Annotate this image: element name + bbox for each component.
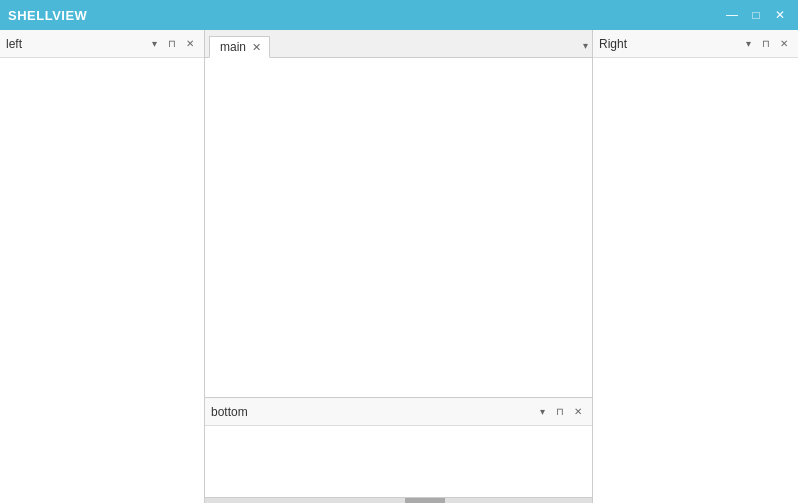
right-panel-content (593, 58, 798, 503)
title-bar-controls: — □ ✕ (722, 5, 790, 25)
bottom-panel-controls: ▾ ⊓ ✕ (534, 404, 586, 420)
bottom-scrollbar[interactable] (205, 497, 592, 503)
scroll-thumb (405, 498, 445, 503)
right-panel-dropdown-button[interactable]: ▾ (740, 36, 756, 52)
bottom-panel-pin-button[interactable]: ⊓ (552, 404, 568, 420)
right-panel-pin-button[interactable]: ⊓ (758, 36, 774, 52)
center-main-content (205, 58, 592, 397)
left-panel-title: left (6, 37, 146, 51)
right-panel: Right ▾ ⊓ ✕ (593, 30, 798, 503)
right-panel-header: Right ▾ ⊓ ✕ (593, 30, 798, 58)
bottom-panel: bottom ▾ ⊓ ✕ (205, 397, 592, 497)
title-bar: SHELLVIEW — □ ✕ (0, 0, 798, 30)
right-panel-title: Right (599, 37, 740, 51)
left-panel-controls: ▾ ⊓ ✕ (146, 36, 198, 52)
right-panel-controls: ▾ ⊓ ✕ (740, 36, 792, 52)
tabs-bar: main ✕ ▾ (205, 30, 592, 58)
tab-main-label: main (220, 40, 246, 54)
app-body: left ▾ ⊓ ✕ main ✕ ▾ bottom ▾ ⊓ (0, 30, 798, 503)
bottom-panel-content (205, 426, 592, 498)
bottom-panel-dropdown-button[interactable]: ▾ (534, 404, 550, 420)
close-button[interactable]: ✕ (770, 5, 790, 25)
left-panel-content (0, 58, 204, 503)
right-panel-close-button[interactable]: ✕ (776, 36, 792, 52)
left-panel: left ▾ ⊓ ✕ (0, 30, 205, 503)
left-panel-pin-button[interactable]: ⊓ (164, 36, 180, 52)
minimize-button[interactable]: — (722, 5, 742, 25)
tab-main[interactable]: main ✕ (209, 36, 270, 58)
bottom-panel-close-button[interactable]: ✕ (570, 404, 586, 420)
left-panel-header: left ▾ ⊓ ✕ (0, 30, 204, 58)
left-panel-close-button[interactable]: ✕ (182, 36, 198, 52)
bottom-panel-title: bottom (211, 405, 534, 419)
center-panel: main ✕ ▾ bottom ▾ ⊓ ✕ (205, 30, 593, 503)
left-panel-dropdown-button[interactable]: ▾ (146, 36, 162, 52)
tabs-dropdown-button[interactable]: ▾ (579, 40, 592, 51)
bottom-panel-header: bottom ▾ ⊓ ✕ (205, 398, 592, 426)
tab-main-close-icon[interactable]: ✕ (252, 42, 261, 53)
maximize-button[interactable]: □ (746, 5, 766, 25)
app-title: SHELLVIEW (8, 8, 87, 23)
